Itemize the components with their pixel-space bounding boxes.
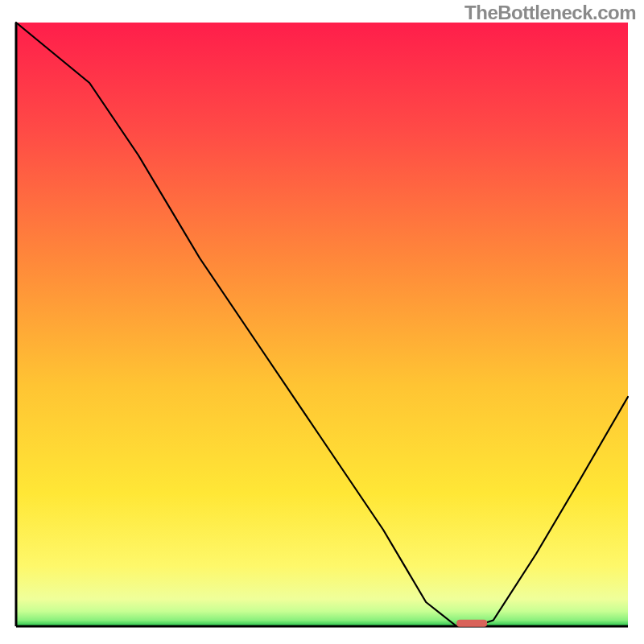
chart-container: TheBottleneck.com: [0, 0, 644, 644]
optimum-marker: [456, 620, 487, 627]
chart-background: [16, 23, 628, 626]
bottleneck-chart: [0, 0, 644, 644]
watermark-label: TheBottleneck.com: [464, 2, 636, 24]
